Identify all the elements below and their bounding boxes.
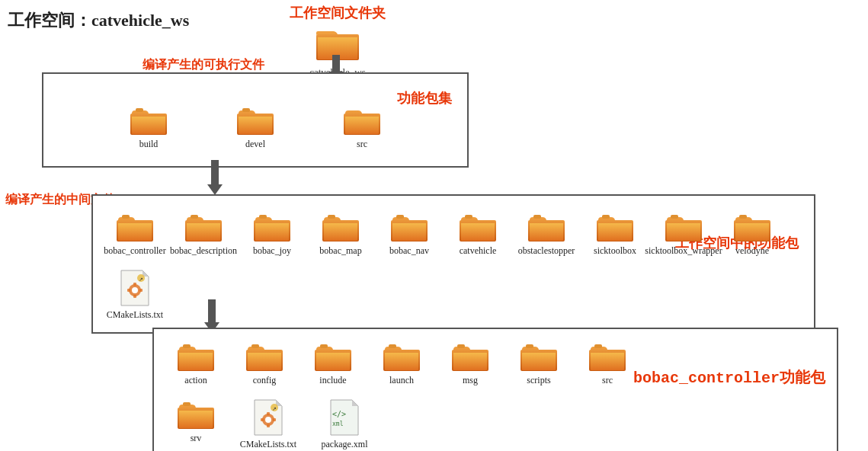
xml-file-icon: </> xml — [328, 398, 361, 437]
folder-obstaclestopper: obstaclestopper — [516, 211, 577, 257]
cmake-file-icon-2: ↗ — [251, 398, 285, 437]
folder-build: build — [118, 104, 179, 151]
file-package-xml: </> xml package.xml — [310, 398, 379, 451]
svg-text:</>: </> — [332, 410, 346, 418]
svg-text:↗: ↗ — [272, 406, 277, 412]
box1: 编译产生的可执行文件 功能包集 build devel — [42, 72, 469, 168]
folder-srv: srv — [165, 398, 226, 451]
folder-bobac-nav: bobac_nav — [379, 211, 440, 257]
svg-marker-41 — [352, 400, 358, 406]
svg-rect-25 — [389, 344, 396, 348]
svg-rect-7 — [465, 215, 472, 219]
folder-src-box1-icon — [343, 104, 381, 136]
svg-rect-26 — [457, 344, 465, 348]
folder-launch: launch — [371, 341, 432, 387]
svg-rect-0 — [136, 108, 143, 112]
folder-config: config — [234, 341, 295, 387]
folder-src-box1: src — [332, 104, 392, 151]
svg-rect-22 — [183, 344, 191, 348]
cmake-file-icon: ↗ — [118, 269, 152, 307]
folder-include: include — [303, 341, 364, 387]
folder-build-label: build — [139, 139, 159, 151]
svg-rect-36 — [261, 418, 264, 421]
box3: bobac_controller功能包 action config includ… — [152, 328, 838, 451]
folder-src-box1-label: src — [357, 139, 367, 151]
svg-rect-2 — [122, 215, 130, 219]
folder-devel: devel — [225, 104, 286, 151]
svg-rect-4 — [259, 215, 267, 219]
svg-rect-18 — [127, 289, 130, 292]
folder-bobac-controller: bobac_controller — [104, 211, 165, 257]
folder-devel-label: devel — [245, 139, 265, 151]
page: 工作空间：catvehicle_ws 工作空间文件夹 catvehicle_ws — [0, 0, 868, 451]
box3-right-label: bobac_controller功能包 — [633, 367, 825, 388]
folder-sicktoolbox: sicktoolbox — [585, 211, 645, 257]
arrow-2 — [207, 160, 223, 195]
folder-src-box3: src — [577, 341, 638, 387]
svg-rect-16 — [133, 283, 136, 286]
svg-point-15 — [132, 287, 138, 293]
workspace-label: 工作空间：catvehicle_ws — [8, 9, 189, 32]
box1-right-label: 功能包集 — [397, 89, 452, 107]
svg-rect-10 — [671, 215, 678, 219]
svg-rect-19 — [139, 289, 143, 292]
svg-rect-8 — [533, 215, 541, 219]
svg-rect-35 — [267, 424, 270, 427]
workspace-folder-label: 工作空间文件夹 — [290, 4, 386, 22]
svg-rect-6 — [396, 215, 404, 219]
svg-point-33 — [265, 417, 271, 423]
svg-rect-28 — [594, 344, 602, 348]
svg-rect-34 — [267, 412, 270, 415]
folder-devel-icon — [236, 104, 274, 136]
box3-folders: action config include launch msg scripts — [165, 341, 825, 450]
svg-rect-3 — [191, 215, 198, 219]
folder-bobac-map: bobac_map — [310, 211, 371, 257]
folder-bobac-description: bobac_description — [173, 211, 234, 257]
file-cmakelists-box2: ↗ CMakeLists.txt — [104, 269, 165, 321]
svg-rect-17 — [133, 295, 136, 298]
svg-rect-23 — [251, 344, 259, 348]
svg-rect-29 — [183, 402, 191, 406]
svg-rect-1 — [242, 108, 250, 112]
svg-text:↗: ↗ — [139, 277, 143, 283]
file-cmakelists-box3: ↗ CMakeLists.txt — [234, 398, 303, 451]
folder-catvehicle: catvehicle — [447, 211, 508, 257]
folder-scripts: scripts — [508, 341, 569, 387]
folder-bobac-joy: bobac_joy — [242, 211, 303, 257]
box1-folders: build devel src — [59, 104, 452, 151]
folder-build-icon — [130, 104, 168, 136]
svg-rect-9 — [602, 215, 610, 219]
svg-rect-27 — [526, 344, 533, 348]
svg-rect-11 — [739, 215, 747, 219]
folder-action: action — [165, 341, 226, 387]
box2: 工作空间中的功能包 bobac_controller bobac_descrip… — [91, 194, 815, 334]
box1-top-label: 编译产生的可执行文件 — [143, 57, 264, 73]
svg-text:xml: xml — [332, 421, 344, 427]
svg-rect-37 — [273, 418, 276, 421]
svg-rect-5 — [328, 215, 335, 219]
svg-rect-24 — [320, 344, 328, 348]
folder-msg: msg — [440, 341, 501, 387]
